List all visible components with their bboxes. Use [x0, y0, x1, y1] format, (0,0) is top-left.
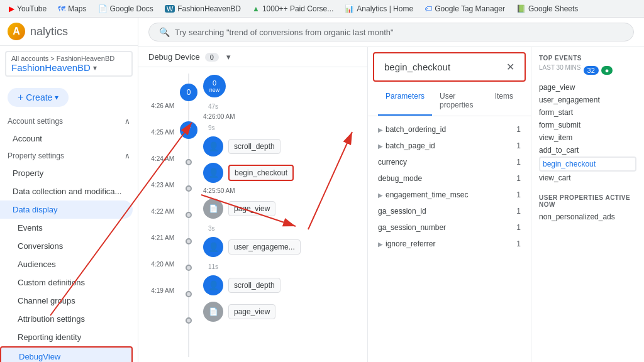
expand-arrow-icon-4[interactable]: ▶ — [378, 192, 383, 199]
main-content: 🔍 Try searching "trend of conversions fr… — [138, 18, 644, 362]
event-name-scroll-depth-2[interactable]: scroll_depth — [228, 278, 280, 293]
dot-3 — [186, 212, 192, 218]
chevron-down-icon: ▾ — [93, 63, 97, 72]
top-events-title: TOP EVENTS — [539, 55, 636, 62]
param-name-6: ga_session_number — [378, 223, 446, 232]
detail-tabs: Parameters User properties Items — [368, 87, 531, 116]
sidebar-item-channel-groups[interactable]: Channel groups — [0, 292, 133, 310]
create-button[interactable]: + Create ▾ — [8, 88, 69, 107]
param-value-5: 1 — [516, 207, 521, 216]
property-breadcrumb: All accounts > FashionHeavenBD — [11, 55, 126, 62]
sidebar-item-custom-definitions[interactable]: Custom definitions — [0, 273, 133, 292]
tab-items[interactable]: Items — [487, 87, 521, 116]
event-row-user-engagement[interactable]: 👤 user_engageme... — [198, 234, 367, 260]
param-value-4: 1 — [516, 190, 521, 199]
analytics-header: A nalytics — [0, 18, 138, 46]
bookmark-courses[interactable]: ▲ 1000++ Paid Corse... — [248, 3, 337, 14]
expand-arrow-icon-7[interactable]: ▶ — [378, 241, 383, 248]
event-name-user-engagement[interactable]: user_engageme... — [228, 239, 301, 255]
tab-user-properties[interactable]: User properties — [432, 87, 487, 116]
top-event-begin-checkout[interactable]: begin_checkout — [539, 156, 636, 172]
dot-1 — [186, 159, 192, 165]
debug-device-bar: Debug Device 0 ▾ — [138, 47, 367, 67]
property-name-selector[interactable]: FashionHeavenBD ▾ — [11, 62, 126, 73]
expand-arrow-icon[interactable]: ▶ — [378, 126, 383, 133]
bookmark-sheets[interactable]: 📗 Google Sheets — [513, 3, 582, 14]
sidebar-item-events[interactable]: Events — [0, 219, 133, 237]
plus-icon: + — [18, 92, 23, 103]
timeline-dots: 0 7 — [179, 67, 198, 357]
event-name-scroll-depth[interactable]: scroll_depth — [228, 139, 280, 154]
sidebar-item-reporting-identity[interactable]: Reporting identity — [0, 328, 133, 346]
device-count-badge: 0 — [205, 53, 219, 62]
main-header: 🔍 Try searching "trend of conversions fr… — [138, 18, 644, 47]
top-event-form-start[interactable]: form_start — [539, 106, 636, 119]
dropdown-arrow-icon[interactable]: ▾ — [226, 52, 231, 62]
param-row-5: ga_session_id 1 — [368, 203, 531, 219]
sidebar-item-debugview[interactable]: DebugView — [0, 346, 133, 362]
param-name-3: debug_mode — [378, 174, 422, 183]
chevron-up-icon: ∧ — [125, 151, 130, 160]
event-row-page-view-2[interactable]: 📄 page_view — [198, 299, 367, 325]
new-badge: 0 new — [203, 75, 226, 97]
close-icon[interactable]: ✕ — [506, 61, 514, 73]
event-row-page-view[interactable]: 📄 page_view — [198, 195, 367, 222]
param-name-2: currency — [378, 158, 407, 167]
detail-title: begin_checkout — [384, 62, 450, 72]
param-row-2: currency 1 — [368, 154, 531, 170]
gap-47s: 47s — [198, 100, 367, 112]
param-name-7: ▶ ignore_referrer — [378, 239, 435, 248]
event-name-page-view-2[interactable]: page_view — [228, 304, 275, 319]
top-event-form-submit[interactable]: form_submit — [539, 119, 636, 131]
search-bar[interactable]: 🔍 Try searching "trend of conversions fr… — [148, 23, 634, 41]
bookmark-analytics[interactable]: 📊 Analytics | Home — [341, 3, 417, 14]
property-settings-section[interactable]: Property settings ∧ — [0, 148, 138, 164]
expand-arrow-icon-1[interactable]: ▶ — [378, 143, 383, 150]
last-30-mins-label: LAST 30 MINS — [539, 64, 581, 71]
sidebar-item-account[interactable]: Account — [0, 129, 133, 148]
param-value-3: 1 — [516, 174, 521, 183]
property-selector[interactable]: All accounts > FashionHeavenBD FashionHe… — [5, 51, 133, 77]
bookmark-docs[interactable]: 📄 Google Docs — [94, 3, 157, 14]
sidebar-item-property[interactable]: Property — [0, 164, 133, 182]
top-event-page-view[interactable]: page_view — [539, 81, 636, 94]
analytics-title: nalytics — [30, 25, 68, 38]
detail-panel: begin_checkout ✕ Parameters User propert… — [367, 47, 531, 362]
event-row-begin-checkout[interactable]: 👤 begin_checkout — [198, 160, 367, 186]
sidebar-item-data-collection[interactable]: Data collection and modifica... — [0, 182, 133, 200]
time-label-2: 4:24 AM — [138, 145, 179, 172]
param-value-6: 1 — [516, 223, 521, 232]
gap-11s: 11s — [198, 260, 367, 272]
bookmark-tag-manager[interactable]: 🏷 Google Tag Manager — [421, 3, 509, 14]
event-name-page-view-1[interactable]: page_view — [228, 201, 275, 216]
top-event-view-cart[interactable]: view_cart — [539, 172, 636, 184]
sidebar-item-data-display[interactable]: Data display — [0, 200, 133, 219]
tab-parameters[interactable]: Parameters — [378, 87, 432, 116]
param-name-1: ▶ batch_page_id — [378, 141, 435, 150]
sidebar-item-attribution-settings[interactable]: Attribution settings — [0, 310, 133, 328]
event-avatar-user-engagement: 👤 — [203, 237, 223, 257]
event-row-scroll-depth[interactable]: 👤 scroll_depth — [198, 133, 367, 160]
timeline-node-7: 7 — [180, 121, 197, 139]
account-settings-section[interactable]: Account settings ∧ — [0, 113, 138, 129]
top-event-user-engagement[interactable]: user_engagement — [539, 94, 636, 106]
event-row-scroll-depth-2[interactable]: 👤 scroll_depth — [198, 272, 367, 299]
bookmark-fashionheavenbd[interactable]: W FashionHeavenBD — [161, 3, 245, 14]
param-row-4: ▶ engagement_time_msec 1 — [368, 187, 531, 203]
event-name-begin-checkout[interactable]: begin_checkout — [228, 165, 294, 181]
bookmark-youtube[interactable]: ▶ YouTube — [5, 3, 50, 14]
timestamp-4-26: 4:26:00 AM — [198, 112, 367, 121]
debug-timeline: 4:26 AM 4:25 AM 4:24 AM 4:23 AM 4:22 AM … — [138, 67, 367, 357]
top-event-view-item[interactable]: view_item — [539, 131, 636, 144]
dot-2 — [186, 185, 192, 192]
dot-4 — [186, 238, 192, 244]
bookmark-maps[interactable]: 🗺 Maps — [54, 3, 90, 14]
debug-device-label: Debug Device — [148, 52, 200, 62]
sidebar-item-audiences[interactable]: Audiences — [0, 255, 133, 273]
sidebar-item-conversions[interactable]: Conversions — [0, 237, 133, 255]
time-label-7: 4:19 AM — [138, 277, 179, 304]
top-event-add-to-cart[interactable]: add_to_cart — [539, 144, 636, 156]
param-name-0: ▶ batch_ordering_id — [378, 125, 446, 134]
detail-params-list: ▶ batch_ordering_id 1 ▶ batch_page_id 1 — [368, 116, 531, 362]
event-row-new: 0 new — [198, 72, 367, 100]
